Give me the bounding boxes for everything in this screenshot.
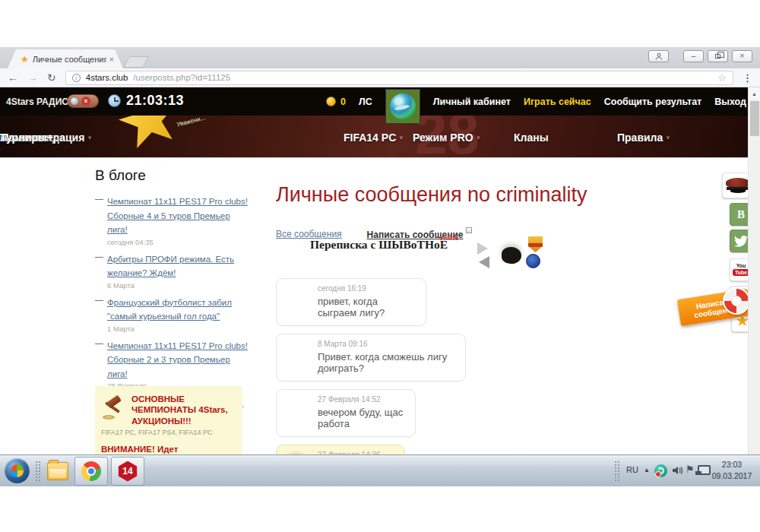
promo-warning: ВНИМАНИЕ! Идет "Аукционная неделя" игр xyxy=(101,444,235,454)
scroll-up-icon[interactable]: ▲ xyxy=(749,87,760,100)
arrow-right-icon xyxy=(477,242,488,255)
radio-label: 4Stars РАДИО xyxy=(6,97,69,107)
message-text: вечером буду, щас работа xyxy=(318,407,404,429)
minimize-button[interactable]: – xyxy=(683,50,704,62)
blog-section-title: В блоге xyxy=(95,167,146,184)
chrome-icon xyxy=(81,461,101,481)
browser-toolbar: ← → ↻ i 4stars.club/userposts.php?id=111… xyxy=(0,68,760,87)
scrollbar-thumb[interactable] xyxy=(750,101,759,136)
blog-link[interactable]: Чемпионат 11x11 PES17 Pro clubs! Сборные… xyxy=(107,341,248,378)
nav-turniry[interactable]: Турниры+∨ xyxy=(0,131,60,144)
tab-title: Личные сообщения no xyxy=(33,55,106,64)
message-avatar[interactable] xyxy=(282,340,311,369)
page-title: Личные сообщения no criminality xyxy=(276,183,587,207)
forward-icon: → xyxy=(27,72,38,83)
opponent-avatar[interactable] xyxy=(443,241,473,271)
message-date: сегодня 16:19 xyxy=(318,284,415,293)
taskbar: 14 RU ▲ ⚑ 23:03 09.03.2017 xyxy=(0,454,760,486)
blog-link[interactable]: Арбитры ПРОФИ режима. Есть желание? Ждём… xyxy=(107,255,234,278)
message-date: 27 Февраля 14:52 xyxy=(318,395,404,404)
nav-klany[interactable]: Кланы xyxy=(514,131,549,144)
blog-link[interactable]: Французский футболист забил "самый курье… xyxy=(107,298,232,321)
page-scrollbar[interactable]: ▲ xyxy=(748,87,760,454)
blog-link[interactable]: Чемпионат 11x11 PES17 Pro clubs! Сборные… xyxy=(107,197,248,234)
restore-icon xyxy=(715,54,720,59)
user-avatar[interactable] xyxy=(385,89,420,124)
message-avatar[interactable] xyxy=(282,284,311,313)
chevron-down-icon: ∨ xyxy=(666,135,670,140)
globe-ball-icon xyxy=(390,93,416,119)
message-bubble: сегодня 16:19 привет, когда сыграем лигу… xyxy=(276,278,426,326)
nav-fifa14pc[interactable]: FIFA14 PC∨ xyxy=(344,131,403,144)
explorer-taskbar-icon[interactable] xyxy=(47,462,68,480)
compose-icon xyxy=(466,227,472,233)
tray-app-icon[interactable] xyxy=(654,464,667,477)
blog-item: — Арбитры ПРОФИ режима. Есть желание? Жд… xyxy=(95,252,251,290)
site-banner: 28 Уважени... FIFA14 PC∨ Режим PRO∨ Клан… xyxy=(0,116,760,158)
tab-close-icon[interactable]: × xyxy=(109,55,114,64)
close-button[interactable]: × xyxy=(732,50,752,62)
start-button[interactable] xyxy=(5,458,30,483)
message-bubble: 27 Февраля 14:52 вечером буду, щас работ… xyxy=(276,389,416,437)
blog-date: сегодня 04:35 xyxy=(107,238,251,246)
blog-item: — Чемпионат 11x11 PES17 Pro clubs! Сборн… xyxy=(95,338,251,391)
coin-balance[interactable]: 0 xyxy=(340,97,346,107)
chevron-down-icon: ∨ xyxy=(87,135,91,140)
windows-flag-icon xyxy=(11,464,24,477)
logout-link[interactable]: Выход xyxy=(714,97,746,107)
message-date: 8 Марта 09:16 xyxy=(318,340,454,348)
nav-pravila[interactable]: Правила∨ xyxy=(617,131,670,144)
language-indicator[interactable]: RU xyxy=(626,465,638,474)
radio-close-icon[interactable]: x xyxy=(81,97,90,106)
reload-icon[interactable]: ↻ xyxy=(47,72,56,83)
url-path: /userposts.php?id=11125 xyxy=(133,73,230,82)
tray-date: 09.03.2017 xyxy=(708,470,755,482)
message-list: сегодня 16:19 привет, когда сыграем лигу… xyxy=(276,278,466,454)
own-avatar[interactable] xyxy=(497,241,527,271)
blog-item: — Чемпионат 11x11 PES17 Pro clubs! Сборн… xyxy=(95,194,251,246)
blog-date: 6 Марта xyxy=(107,281,251,290)
thread-title: Переписка с ШЫВоТНоЕ xyxy=(310,238,448,252)
site-clock: 21:03:13 xyxy=(126,93,184,109)
fifa14-taskbar-button[interactable]: 14 xyxy=(111,457,144,486)
banner-star-icon xyxy=(112,116,185,156)
banner-ribbon-text: Уважени... xyxy=(176,116,206,128)
play-now-link[interactable]: Играть сейчас xyxy=(524,97,591,107)
volume-icon[interactable] xyxy=(672,465,684,479)
restore-button[interactable] xyxy=(708,50,728,62)
new-tab-button[interactable] xyxy=(123,56,149,68)
url-host: 4stars.club xyxy=(86,73,128,82)
tray-clock[interactable]: 23:03 09.03.2017 xyxy=(708,459,755,482)
tray-expand-icon[interactable]: ▲ xyxy=(644,467,650,473)
lifebuoy-icon[interactable] xyxy=(723,287,750,315)
favicon-star-icon: ★ xyxy=(21,55,29,64)
browser-profile-icon[interactable] xyxy=(648,50,669,62)
blog-date: 1 Марта xyxy=(107,325,251,333)
report-result-link[interactable]: Сообщить результат xyxy=(604,97,702,107)
chevron-down-icon: ∨ xyxy=(477,135,480,140)
clock-icon xyxy=(108,94,121,107)
page-info-icon[interactable]: i xyxy=(72,74,81,82)
chrome-taskbar-button[interactable] xyxy=(74,457,108,486)
chevron-down-icon: ∨ xyxy=(399,135,403,140)
back-icon[interactable]: ← xyxy=(8,72,18,83)
browser-menu-icon[interactable]: ⋮ xyxy=(743,72,752,84)
browser-tab[interactable]: ★ Личные сообщения no × xyxy=(8,49,123,68)
radio-player[interactable]: x xyxy=(67,94,99,108)
message-text: привет, когда сыграем лигу? xyxy=(318,296,415,318)
message-bubble-own: 27 Февраля 14:36 сыграем лигу? xyxy=(276,445,405,454)
radio-disc-icon[interactable] xyxy=(70,97,79,106)
message-avatar[interactable] xyxy=(282,395,311,424)
nav-rezhim-pro[interactable]: Режим PRO∨ xyxy=(413,131,480,144)
cabinet-link[interactable]: Личный кабинет xyxy=(433,97,511,107)
gavel-icon xyxy=(101,395,127,421)
private-messages-link[interactable]: ЛС xyxy=(359,97,372,107)
auction-promo-box: ОСНОВНЫЕ ЧЕМПИОНАТЫ 4Stars, АУКЦИОНЫ!!! … xyxy=(95,386,242,454)
action-center-flag-icon[interactable]: ⚑ xyxy=(686,464,695,475)
url-bar[interactable]: i 4stars.club/userposts.php?id=11125 ☆ xyxy=(65,71,733,85)
chevron-down-icon: ∨ xyxy=(56,135,60,140)
blog-item: — Французский футболист забил "самый кур… xyxy=(95,295,251,333)
bookmark-star-icon[interactable]: ☆ xyxy=(717,72,727,84)
fifa14-icon: 14 xyxy=(118,461,138,482)
team-badge-icon xyxy=(526,254,540,268)
